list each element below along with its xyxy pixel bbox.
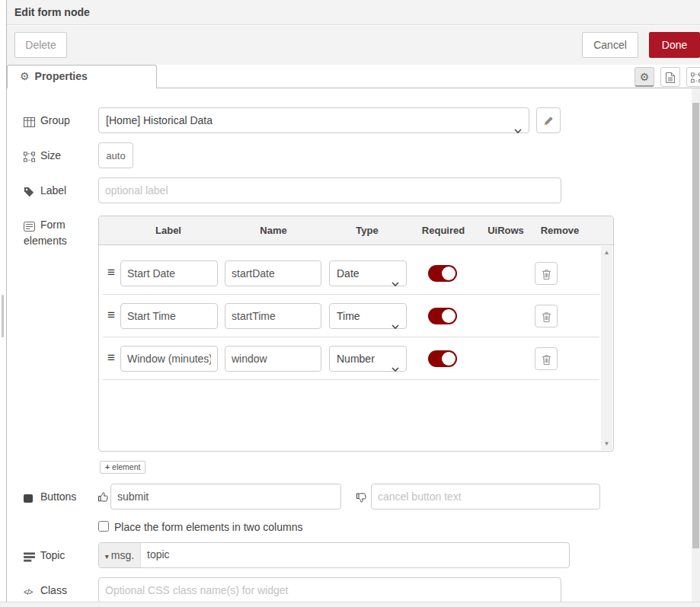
toggle-knob xyxy=(442,267,455,280)
appearance-view-button[interactable] xyxy=(686,67,700,87)
element-label-input[interactable] xyxy=(120,303,218,329)
table-row: ≡ Time xyxy=(103,295,599,337)
thumbs-up-icon xyxy=(97,490,110,502)
element-label-input[interactable] xyxy=(120,260,218,286)
gear-icon: ⚙ xyxy=(20,70,30,82)
properties-view-button[interactable]: ⚙ xyxy=(634,67,654,87)
code-icon: </> xyxy=(24,588,37,596)
form-elements-field-label: Form elements xyxy=(24,217,92,248)
topic-field-label: Topic xyxy=(24,549,65,562)
toggle-knob xyxy=(442,309,455,323)
drag-handle-icon[interactable]: ≡ xyxy=(107,350,115,366)
remove-element-button[interactable] xyxy=(535,262,558,285)
edit-tray: Edit form node Delete Cancel Done ⚙Prope… xyxy=(6,0,700,607)
group-field-label: Group xyxy=(24,114,70,127)
trash-icon xyxy=(542,267,551,280)
drag-handle-icon[interactable]: ≡ xyxy=(107,308,115,323)
cancel-button-text-input[interactable] xyxy=(371,484,600,510)
tray-toolbar: Delete Cancel Done xyxy=(7,26,700,65)
chevron-down-icon xyxy=(392,314,399,338)
tray-left-gutter xyxy=(0,0,6,607)
two-columns-checkbox[interactable] xyxy=(98,521,109,532)
chevron-down-icon xyxy=(392,271,399,296)
dialog-title: Edit form node xyxy=(14,6,90,18)
form-elements-table-header: Label Name Type Required UiRows Remove xyxy=(99,216,613,245)
trash-icon xyxy=(542,353,551,365)
element-label-input[interactable] xyxy=(120,346,218,372)
topic-typed-input: ▾msg. topic xyxy=(98,542,570,568)
scroll-up-icon[interactable]: ▲ xyxy=(601,249,612,256)
size-field-label: Size xyxy=(24,149,61,162)
two-columns-checkbox-label: Place the form elements in two columns xyxy=(114,521,302,533)
column-header-type: Type xyxy=(356,225,378,236)
element-name-input[interactable] xyxy=(225,303,321,329)
form-elements-table: Label Name Type Required UiRows Remove ≡… xyxy=(98,216,614,452)
tab-properties[interactable]: ⚙Properties xyxy=(7,65,157,88)
group-select[interactable]: [Home] Historical Data xyxy=(98,107,529,133)
gear-icon: ⚙ xyxy=(640,71,650,83)
column-header-remove: Remove xyxy=(541,225,580,236)
caret-down-icon: ▾ xyxy=(105,552,109,561)
tray-header: Edit form node xyxy=(7,0,700,25)
delete-button[interactable]: Delete xyxy=(14,32,67,58)
column-header-name: Name xyxy=(260,225,286,236)
table-row: ≡ Number xyxy=(103,337,599,380)
properties-panel: Group [Home] Historical Data Size auto L… xyxy=(7,88,700,602)
column-header-uirows: UiRows xyxy=(487,225,524,236)
done-button[interactable]: Done xyxy=(649,32,700,58)
document-icon xyxy=(666,71,675,83)
appearance-icon xyxy=(691,71,700,83)
object-group-icon xyxy=(24,150,37,162)
remove-element-button[interactable] xyxy=(535,347,558,370)
add-element-button[interactable]: + element xyxy=(100,461,145,474)
square-icon xyxy=(24,491,37,503)
tab-bar: ⚙Properties ⚙ xyxy=(7,65,700,88)
element-name-input[interactable] xyxy=(225,260,321,286)
required-toggle[interactable] xyxy=(428,265,457,282)
required-toggle[interactable] xyxy=(428,350,457,367)
list-alt-icon xyxy=(24,218,37,233)
class-input[interactable] xyxy=(98,577,561,603)
required-toggle[interactable] xyxy=(428,308,457,324)
tag-icon xyxy=(24,185,37,197)
chevron-down-icon xyxy=(514,118,522,142)
element-type-select[interactable]: Number xyxy=(329,346,407,372)
element-type-select[interactable]: Date xyxy=(329,260,407,286)
size-auto-button[interactable]: auto xyxy=(98,142,133,168)
table-row: ≡ Date xyxy=(103,252,599,295)
tab-properties-label: Properties xyxy=(35,70,88,82)
column-header-required: Required xyxy=(422,225,465,236)
group-select-value: [Home] Historical Data xyxy=(106,114,213,126)
drag-handle-icon[interactable]: ≡ xyxy=(107,265,115,280)
class-field-label: </> Class xyxy=(24,584,67,596)
element-type-select[interactable]: Time xyxy=(329,303,407,329)
table-scrollbar[interactable]: ▲ ▼ xyxy=(601,246,612,450)
chevron-down-icon xyxy=(392,356,399,381)
edit-group-button[interactable] xyxy=(536,107,561,133)
trash-icon xyxy=(542,310,551,322)
tasks-icon xyxy=(24,550,37,562)
scrollbar-thumb[interactable] xyxy=(692,103,699,548)
cancel-button[interactable]: Cancel xyxy=(582,32,638,58)
thumbs-down-icon xyxy=(356,491,368,503)
form-elements-table-body: ≡ Date ≡ xyxy=(99,246,613,451)
vertical-scrollbar[interactable] xyxy=(692,88,700,602)
pencil-icon xyxy=(543,114,554,126)
topic-type-select[interactable]: ▾msg. xyxy=(99,543,141,567)
table-icon xyxy=(24,115,37,127)
element-name-input[interactable] xyxy=(225,346,321,372)
buttons-field-label: Buttons xyxy=(24,490,76,503)
label-field-label: Label xyxy=(24,184,66,197)
topic-type-label: msg. xyxy=(111,549,134,561)
toggle-knob xyxy=(442,352,455,366)
description-view-button[interactable] xyxy=(660,67,680,87)
column-header-label: Label xyxy=(155,225,181,236)
remove-element-button[interactable] xyxy=(535,305,558,327)
topic-value[interactable]: topic xyxy=(147,548,170,561)
edit-form-node-dialog: Edit form node Delete Cancel Done ⚙Prope… xyxy=(0,0,700,607)
submit-button-text-input[interactable] xyxy=(110,484,341,510)
label-input[interactable] xyxy=(98,177,561,203)
scroll-down-icon[interactable]: ▼ xyxy=(601,440,612,447)
bottom-edge-strip xyxy=(0,602,700,607)
tray-resize-handle[interactable] xyxy=(2,295,4,337)
